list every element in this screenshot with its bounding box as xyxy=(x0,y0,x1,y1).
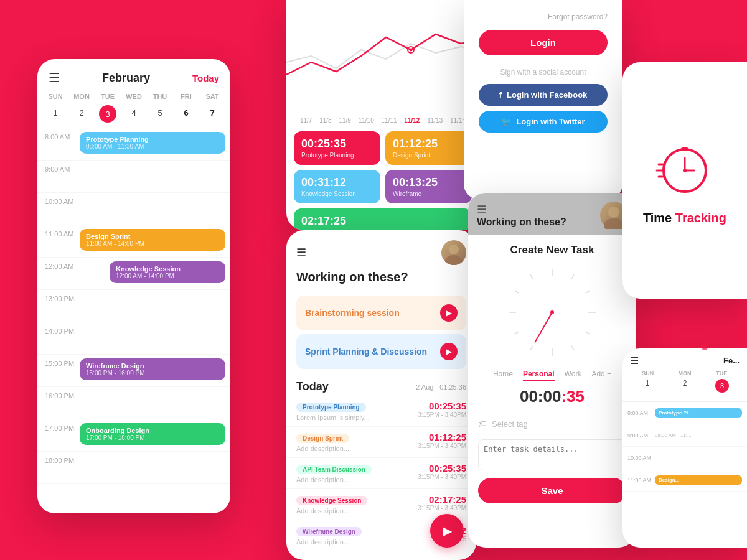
session-knowledge[interactable]: 00:31:12 Knowledge Session xyxy=(294,170,380,203)
mini-days-header: SUNMONTUE xyxy=(630,370,740,376)
hamburger-icon[interactable]: ☰ xyxy=(49,70,60,85)
svg-point-27 xyxy=(683,169,687,172)
session-time: 01:12:25 xyxy=(393,138,464,151)
today-button[interactable]: Today xyxy=(192,73,219,83)
hamburger-icon[interactable]: ☰ xyxy=(296,246,306,259)
item-range: 3:15PM - 3:40PM xyxy=(418,411,466,418)
task-details-input[interactable] xyxy=(478,439,626,470)
login-card: Forgot password? Login Sign with a socia… xyxy=(464,0,622,199)
item-time: 02:17:25 xyxy=(418,494,466,505)
time-label: 8:00 AM xyxy=(37,132,80,141)
calendar-day[interactable]: 2 xyxy=(68,105,95,123)
item-desc: Lorem Ipsum is simply... xyxy=(296,414,370,421)
save-button[interactable]: Save xyxy=(478,478,626,503)
event-prototype[interactable]: Prototype Planning 08:00 AM - 11:30 AM xyxy=(80,132,225,154)
calendar-day[interactable]: 4 xyxy=(121,105,147,123)
days-header: SUN MON TUE WED THU FRI SAT xyxy=(37,90,230,103)
time-label: 18:00 PM xyxy=(37,455,80,464)
floating-play-button[interactable]: ▶ xyxy=(430,514,464,548)
item-tag: Design Sprint xyxy=(296,434,349,443)
calendar-card: ☰ February Today SUN MON TUE WED THU FRI… xyxy=(37,59,230,513)
tag-field[interactable]: 🏷 Select tag xyxy=(478,414,626,434)
time-label: 13:00 PM xyxy=(37,294,80,302)
session-design[interactable]: 01:12:25 Design Sprint xyxy=(385,131,472,165)
time-row: 15:00 PM Wireframe Design 15:00 PM - 16:… xyxy=(37,355,230,387)
svg-point-2 xyxy=(449,245,459,254)
play-button[interactable]: ▶ xyxy=(440,343,458,360)
time-row: 9:00 AM xyxy=(37,161,230,193)
event-knowledge[interactable]: Knowledge Session 12:00 AM - 14:00 PM xyxy=(110,261,225,283)
time-label: 10:00 AM xyxy=(37,197,80,205)
calendar-day[interactable]: 7 xyxy=(199,105,225,123)
item-tag: Prototype Planning xyxy=(296,403,366,412)
home-indicator xyxy=(131,492,137,498)
mini-event: Design... xyxy=(655,475,742,485)
item-desc: Add description... xyxy=(296,538,362,546)
svg-point-1 xyxy=(410,49,413,52)
tab-add[interactable]: Add + xyxy=(591,370,611,381)
working-card: ☰ Working on these? Brainstorming sessio… xyxy=(286,230,476,560)
event-design-sprint[interactable]: Design Sprint 11:00 AM - 14:00 PM xyxy=(80,229,225,251)
tag-label: Select tag xyxy=(492,419,528,429)
tab-work[interactable]: Work xyxy=(565,370,582,381)
mini-day-selected[interactable]: 3 xyxy=(715,379,729,393)
svg-line-14 xyxy=(514,332,519,334)
mini-event: Prototype Pl... xyxy=(655,408,742,418)
calendar-day-selected[interactable]: 3 xyxy=(99,105,116,123)
item-time: 01:12:25 xyxy=(418,432,466,442)
svg-line-13 xyxy=(530,346,533,350)
timer-seconds: :35 xyxy=(561,387,585,406)
mini-day[interactable]: 1 xyxy=(630,379,665,393)
mini-day[interactable]: 2 xyxy=(667,379,702,393)
create-body: Create New Task xyxy=(468,235,636,513)
mini-calendar-card: ☰ Fe... SUNMONTUE 1 2 3 8:00 AM Prototyp… xyxy=(622,348,747,548)
tab-home[interactable]: Home xyxy=(493,370,513,381)
tracker-card: 11/7 11/8 11/9 11/10 11/11 11/12 11/13 1… xyxy=(286,0,479,230)
svg-line-8 xyxy=(586,291,590,293)
hamburger-icon[interactable]: ☰ xyxy=(630,355,639,366)
tab-personal[interactable]: Personal xyxy=(523,370,555,381)
item-tag: Knowledge Session xyxy=(296,496,367,505)
status-dot xyxy=(702,344,708,350)
svg-rect-26 xyxy=(681,147,688,151)
mini-time-label: 8:00 AM xyxy=(627,410,655,416)
time-row: 12:00 AM Knowledge Session 12:00 AM - 14… xyxy=(37,258,230,290)
time-label: 9:00 AM xyxy=(37,164,80,173)
mini-days: 1 2 3 xyxy=(630,379,740,393)
date-label: 11/10 xyxy=(359,117,374,124)
time-row: 16:00 PM xyxy=(37,387,230,419)
time-row: 11:00 AM Design Sprint 11:00 AM - 14:00 … xyxy=(37,225,230,258)
task-label: Sprint Planning & Discussion xyxy=(305,347,427,357)
working-label: Working on these? xyxy=(477,217,566,228)
calendar-day[interactable]: 1 xyxy=(42,105,68,123)
svg-line-10 xyxy=(586,332,590,334)
svg-point-3 xyxy=(445,255,463,265)
forgot-password-label[interactable]: Forgot password? xyxy=(479,12,608,21)
facebook-login-button[interactable]: f Login with Facebook xyxy=(479,84,608,106)
svg-point-19 xyxy=(550,310,554,314)
session-prototype[interactable]: 00:25:35 Prototype Planning xyxy=(294,131,380,165)
task-sprint[interactable]: Sprint Planning & Discussion ▶ xyxy=(296,334,466,369)
event-wireframe[interactable]: Wireframe Design 15:00 PM - 16:00 PM xyxy=(80,358,225,380)
calendar-day[interactable]: 6 xyxy=(173,105,199,123)
session-onboarding[interactable]: 02:17:25 Onboarding Design xyxy=(294,208,472,230)
time-row: 8:00 AM Prototype Planning 08:00 AM - 11… xyxy=(37,128,230,161)
facebook-icon: f xyxy=(499,90,502,100)
calendar-days: 1 2 3 4 5 6 7 xyxy=(37,103,230,128)
svg-line-17 xyxy=(530,274,533,279)
mini-time-label: 11:00 AM xyxy=(627,477,655,483)
date-label: 11/11 xyxy=(382,117,397,124)
hamburger-icon[interactable]: ☰ xyxy=(477,203,487,216)
item-range: 3:15PM - 3:40PM xyxy=(418,474,466,480)
login-button[interactable]: Login xyxy=(479,30,608,55)
calendar-day[interactable]: 5 xyxy=(147,105,173,123)
play-button[interactable]: ▶ xyxy=(440,304,458,322)
date-label: 11/13 xyxy=(427,117,443,124)
event-onboarding[interactable]: Onboarding Design 17:00 PM - 18:00 PM xyxy=(80,423,225,445)
task-brainstorming[interactable]: Brainstorming session ▶ xyxy=(296,296,466,330)
timer-hm: 00:00 xyxy=(520,387,561,406)
twitter-login-button[interactable]: 🐦 Login with Twitter xyxy=(479,111,608,133)
session-wireframe[interactable]: 00:13:25 Wireframe xyxy=(385,170,472,203)
svg-line-11 xyxy=(571,346,574,350)
date-label: 11/9 xyxy=(339,117,350,124)
